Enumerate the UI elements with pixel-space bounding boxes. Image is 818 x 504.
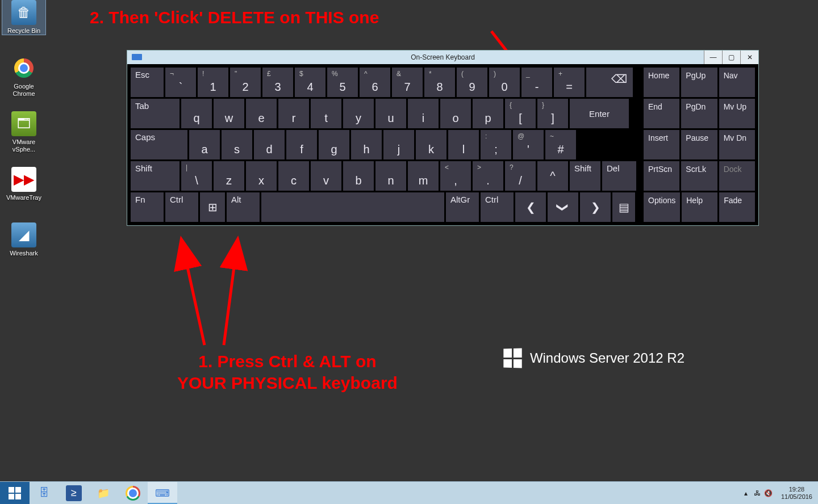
key-i[interactable]: i — [408, 99, 439, 128]
key-insert[interactable]: Insert — [644, 130, 679, 159]
key-3[interactable]: £3 — [262, 68, 293, 97]
key-del[interactable]: Del — [602, 161, 636, 191]
key-[interactable]: ❯ — [548, 192, 578, 222]
key-s[interactable]: s — [222, 130, 252, 159]
key-fade[interactable]: Fade — [719, 192, 755, 222]
tray-icon-1[interactable]: 🖧 — [753, 489, 762, 498]
key-u[interactable]: u — [375, 99, 406, 128]
taskbar-powershell[interactable]: ≥ — [59, 482, 89, 504]
key-4[interactable]: $4 — [295, 68, 325, 97]
key-0[interactable]: )0 — [489, 68, 520, 97]
key-[interactable]: ⌫ — [586, 68, 633, 97]
key-[interactable]: |\ — [181, 161, 212, 191]
desktop-icon-google-chrome[interactable]: Google Chrome — [2, 56, 45, 98]
key-shift[interactable]: Shift — [570, 161, 600, 191]
taskbar[interactable]: 🗄≥📁⌨ ▴🖧🔇 19:2811/05/2016 — [0, 481, 818, 504]
key-scrlk[interactable]: ScrLk — [681, 161, 717, 191]
key-x[interactable]: x — [246, 161, 277, 191]
key-6[interactable]: ^6 — [360, 68, 390, 97]
key-[interactable]: ❮ — [515, 192, 546, 222]
desktop-icon-vmware-tray[interactable]: ▶▶VMwareTray — [2, 167, 45, 201]
key-tab[interactable]: Tab — [131, 99, 180, 128]
key-w[interactable]: w — [214, 99, 244, 128]
key-b[interactable]: b — [343, 161, 374, 191]
key-j[interactable]: j — [383, 130, 414, 159]
key-1[interactable]: !1 — [198, 68, 228, 97]
key-z[interactable]: z — [214, 161, 244, 191]
key-fn[interactable]: Fn — [131, 192, 164, 222]
key-[interactable]: @' — [513, 130, 544, 159]
taskbar-osk-task[interactable]: ⌨ — [148, 482, 177, 504]
key-e[interactable]: e — [246, 99, 277, 128]
key-q[interactable]: q — [181, 99, 212, 128]
taskbar-file-explorer[interactable]: 📁 — [89, 482, 118, 504]
key-[interactable]: ❯ — [580, 192, 611, 222]
key-pause[interactable]: Pause — [681, 130, 717, 159]
key-t[interactable]: t — [311, 99, 341, 128]
key-h[interactable]: h — [351, 130, 382, 159]
key-9[interactable]: (9 — [457, 68, 487, 97]
key-[interactable]: ¬` — [165, 68, 196, 97]
key-ctrl[interactable]: Ctrl — [165, 192, 198, 222]
key-[interactable]: >. — [473, 161, 503, 191]
key-alt[interactable]: Alt — [227, 192, 260, 222]
key-7[interactable]: &7 — [392, 68, 423, 97]
osk-titlebar[interactable]: On-Screen Keyboard — ▢ ✕ — [127, 51, 758, 64]
key-[interactable]: ⊞ — [200, 192, 225, 222]
taskbar-clock[interactable]: 19:2811/05/2016 — [778, 486, 816, 501]
key-d[interactable]: d — [254, 130, 285, 159]
desktop-icon-wireshark[interactable]: ◢Wireshark — [2, 222, 45, 257]
taskbar-server-manager[interactable]: 🗄 — [30, 482, 59, 504]
key-ctrl[interactable]: Ctrl — [481, 192, 514, 222]
key-o[interactable]: o — [440, 99, 471, 128]
key-k[interactable]: k — [416, 130, 446, 159]
key-shift[interactable]: Shift — [131, 161, 180, 191]
key-mvdn[interactable]: Mv Dn — [719, 130, 755, 159]
desktop-icon-vmware-vsphere[interactable]: 🗔VMware vSphe... — [2, 111, 45, 153]
close-button[interactable]: ✕ — [740, 51, 758, 64]
key-[interactable]: }] — [537, 99, 568, 128]
key-l[interactable]: l — [448, 130, 479, 159]
key-p[interactable]: p — [473, 99, 503, 128]
key-[interactable]: ?/ — [505, 161, 536, 191]
key-prtscn[interactable]: PrtScn — [644, 161, 679, 191]
key-pgdn[interactable]: PgDn — [681, 99, 717, 128]
taskbar-start[interactable] — [0, 482, 30, 504]
key-[interactable]: <, — [440, 161, 471, 191]
key-r[interactable]: r — [278, 99, 309, 128]
key-[interactable]: {[ — [505, 99, 536, 128]
key-space[interactable] — [261, 192, 444, 222]
minimize-button[interactable]: — — [704, 51, 722, 64]
key-end[interactable]: End — [644, 99, 679, 128]
key-mvup[interactable]: Mv Up — [719, 99, 755, 128]
key-[interactable]: :; — [481, 130, 511, 159]
key-caps[interactable]: Caps — [131, 130, 187, 159]
onscreen-keyboard-window[interactable]: On-Screen Keyboard — ▢ ✕ Esc¬`!1"2£3$4%5… — [127, 50, 759, 226]
taskbar-chrome[interactable] — [118, 482, 148, 504]
key-[interactable]: ▤ — [612, 192, 635, 222]
key-8[interactable]: *8 — [424, 68, 455, 97]
key-c[interactable]: c — [278, 161, 309, 191]
desktop-icon-recycle-bin[interactable]: 🗑Recycle Bin — [2, 0, 45, 35]
key-home[interactable]: Home — [644, 68, 679, 97]
tray-icon-2[interactable]: 🔇 — [764, 489, 773, 498]
key-nav[interactable]: Nav — [719, 68, 755, 97]
key-2[interactable]: "2 — [230, 68, 261, 97]
key-options[interactable]: Options — [644, 192, 680, 222]
key-g[interactable]: g — [319, 130, 349, 159]
key-v[interactable]: v — [311, 161, 341, 191]
key-a[interactable]: a — [189, 130, 220, 159]
desktop[interactable]: 🗑Recycle BinGoogle Chrome🗔VMware vSphe..… — [0, 0, 818, 481]
maximize-button[interactable]: ▢ — [722, 51, 740, 64]
key-enter[interactable]: Enter — [570, 99, 629, 128]
key-5[interactable]: %5 — [327, 68, 358, 97]
key-[interactable]: _- — [521, 68, 552, 97]
key-m[interactable]: m — [408, 161, 439, 191]
key-[interactable]: ^ — [537, 161, 568, 191]
tray-icon-0[interactable]: ▴ — [741, 489, 750, 498]
key-dock[interactable]: Dock — [719, 161, 755, 191]
key-y[interactable]: y — [343, 99, 374, 128]
key-[interactable]: += — [554, 68, 585, 97]
key-help[interactable]: Help — [682, 192, 717, 222]
key-altgr[interactable]: AltGr — [446, 192, 479, 222]
